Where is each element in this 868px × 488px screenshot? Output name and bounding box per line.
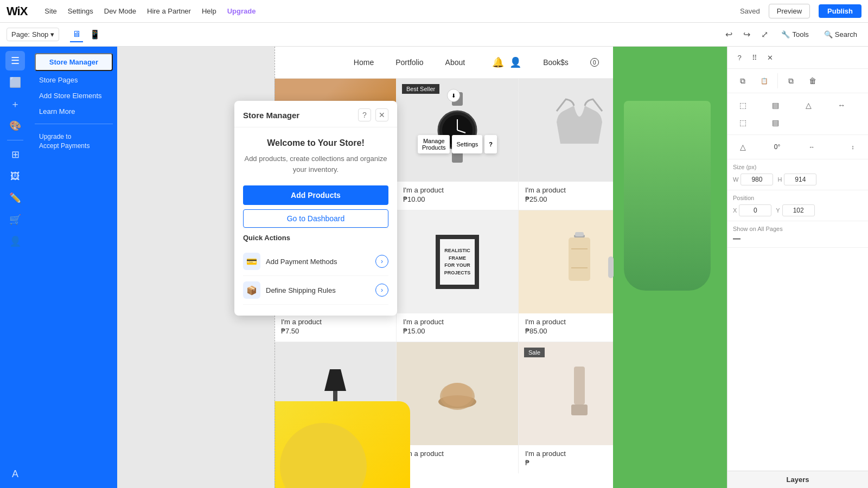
undo-icon[interactable]: ↩ bbox=[723, 27, 735, 42]
copy-icon[interactable]: ⧉ bbox=[733, 73, 752, 88]
align-center-v-icon[interactable]: ▤ bbox=[766, 115, 786, 130]
topbar-devmode[interactable]: Dev Mode bbox=[100, 5, 141, 17]
search-button[interactable]: 🔍 Search bbox=[820, 28, 861, 41]
zoom-icon[interactable]: ⤢ bbox=[759, 27, 770, 42]
chevron-down-icon: ▾ bbox=[50, 30, 54, 38]
topbar-right: Saved Preview Publish bbox=[740, 4, 861, 18]
store-manager-button[interactable]: Store Manager bbox=[35, 53, 113, 71]
nav-home[interactable]: Home bbox=[354, 58, 374, 67]
page-name: Shop bbox=[32, 30, 48, 38]
sidebar-icon-blog[interactable]: ✏️ bbox=[5, 188, 25, 208]
main-area: ☰ ⬜ ＋ 🎨 ⊞ 🖼 ✏️ 🛒 👤 A Store Manager Store… bbox=[0, 47, 868, 488]
topbar-upgrade[interactable]: Upgrade bbox=[223, 5, 260, 17]
align-left-icon[interactable]: ⬚ bbox=[733, 98, 752, 113]
settings-btn[interactable]: Settings bbox=[452, 135, 482, 153]
popup-body: Welcome to Your Store! Add products, cre… bbox=[234, 127, 397, 316]
distribute-icon[interactable]: ↔ bbox=[832, 98, 851, 113]
notification-icon[interactable]: 🔔 bbox=[492, 56, 504, 68]
topbar-settings[interactable]: Settings bbox=[63, 5, 98, 17]
topbar-help[interactable]: Help bbox=[197, 5, 221, 17]
sidebar-icon-add[interactable]: ＋ bbox=[5, 94, 25, 114]
flip-h-icon[interactable]: ↔ bbox=[802, 139, 821, 155]
nav-books[interactable]: Book$s bbox=[543, 58, 569, 67]
user-icon[interactable]: 👤 bbox=[509, 56, 521, 68]
help-btn[interactable]: ? bbox=[484, 135, 497, 153]
shipping-icon: 📦 bbox=[243, 281, 260, 299]
redo-icon[interactable]: ↪ bbox=[741, 27, 752, 42]
delete-icon[interactable]: 🗑 bbox=[803, 73, 822, 88]
device-icons: 🖥 📱 bbox=[70, 27, 103, 42]
duplicate-icon[interactable]: ⧉ bbox=[781, 73, 801, 88]
canvas-resize-handle[interactable] bbox=[608, 256, 614, 278]
sidebar-icon-paint[interactable]: 🎨 bbox=[5, 116, 25, 136]
product-card-6: REALISTIC FRAMEFOR YOURPROJECTS I'm a pr… bbox=[397, 210, 519, 342]
preview-button[interactable]: Preview bbox=[769, 4, 810, 18]
show-pages-label: Show on All Pages bbox=[733, 226, 863, 232]
learn-more-link[interactable]: Learn More bbox=[35, 105, 113, 118]
rp-grid-icon[interactable]: ⠿ bbox=[748, 51, 761, 64]
product-price-6: ₱15.00 bbox=[403, 327, 512, 335]
svg-rect-27 bbox=[571, 404, 588, 415]
add-products-button[interactable]: Add Products bbox=[243, 185, 388, 205]
popup-title: Store Manager bbox=[243, 111, 299, 120]
svg-marker-20 bbox=[324, 369, 346, 391]
align-center-h-icon[interactable]: ⬚ bbox=[733, 115, 752, 130]
rp-position-section: Position X Y bbox=[727, 190, 868, 221]
shipping-left: 📦 Define Shipping Rules bbox=[243, 281, 336, 299]
height-input[interactable] bbox=[784, 174, 816, 185]
sidebar-icon-store[interactable]: 🛒 bbox=[5, 210, 25, 229]
paste-icon[interactable]: 📋 bbox=[755, 73, 774, 88]
size-row: Size (px) bbox=[733, 164, 863, 170]
topbar-partner[interactable]: Hire a Partner bbox=[143, 5, 195, 17]
right-panel-top-icons: ? ⠿ ✕ bbox=[733, 51, 776, 64]
add-payment-action[interactable]: 💳 Add Payment Methods › bbox=[243, 247, 388, 276]
page-label: Page: bbox=[11, 30, 30, 38]
upgrade-payments-link[interactable]: Upgrade toAccept Payments bbox=[35, 130, 113, 153]
shipping-rules-action[interactable]: 📦 Define Shipping Rules › bbox=[243, 276, 388, 305]
sidebar-icon-media[interactable]: 🖼 bbox=[5, 166, 25, 186]
width-input[interactable] bbox=[741, 174, 773, 185]
sidebar-icon-apps[interactable]: ⊞ bbox=[5, 145, 25, 164]
add-store-elements-link[interactable]: Add Store Elements bbox=[35, 89, 113, 102]
tools-button[interactable]: 🔧 Tools bbox=[777, 28, 813, 41]
x-input[interactable] bbox=[739, 204, 771, 216]
rp-close-icon[interactable]: ✕ bbox=[763, 51, 776, 64]
align-top-icon[interactable]: △ bbox=[799, 98, 819, 113]
secondbar-right: ↩ ↪ ⤢ 🔧 Tools 🔍 Search bbox=[723, 27, 861, 42]
manage-products-btn[interactable]: Manage Products bbox=[418, 135, 450, 153]
layers-button[interactable]: Layers bbox=[727, 471, 868, 488]
popup-close-icon[interactable]: ✕ bbox=[375, 108, 388, 121]
desktop-icon[interactable]: 🖥 bbox=[70, 27, 83, 42]
cart-badge[interactable]: 0 bbox=[590, 58, 599, 67]
mobile-icon[interactable]: 📱 bbox=[87, 27, 103, 42]
dashboard-button[interactable]: Go to Dashboard bbox=[243, 209, 388, 228]
right-panel: ? ⠿ ✕ ⧉ 📋 ⧉ 🗑 ⬚ ▤ △ ↔ ⬚ ▤ △ 0° ↔ ↕ bbox=[727, 47, 868, 488]
product-info-10: I'm a product ₱ bbox=[397, 445, 518, 473]
popup-help-icon[interactable]: ? bbox=[358, 108, 371, 121]
search-icon: 🔍 bbox=[824, 30, 833, 38]
download-handle[interactable]: ⬇ bbox=[447, 89, 460, 102]
green-section bbox=[613, 47, 727, 488]
height-label: H bbox=[777, 176, 782, 183]
page-selector[interactable]: Page: Shop ▾ bbox=[7, 28, 59, 41]
best-seller-badge: Best Seller bbox=[402, 84, 439, 94]
position-label: Position bbox=[733, 195, 754, 201]
topbar-site[interactable]: Site bbox=[40, 5, 61, 17]
rp-help-icon[interactable]: ? bbox=[733, 51, 746, 64]
rotate-icon[interactable]: △ bbox=[733, 139, 752, 155]
product-name-10: I'm a product bbox=[403, 450, 512, 458]
align-right-icon[interactable]: ▤ bbox=[766, 98, 786, 113]
payment-arrow-icon: › bbox=[375, 255, 388, 268]
flip-v-icon[interactable]: ↕ bbox=[843, 139, 863, 155]
publish-button[interactable]: Publish bbox=[819, 4, 861, 18]
nav-about[interactable]: About bbox=[445, 58, 465, 67]
y-input[interactable] bbox=[782, 204, 815, 216]
sidebar-icon-users[interactable]: 👤 bbox=[5, 232, 25, 251]
sidebar-icon-design[interactable]: ⬜ bbox=[5, 73, 25, 92]
sidebar-icon-avatar[interactable]: A bbox=[5, 464, 25, 484]
product-price-5: ₱7.50 bbox=[281, 327, 390, 335]
svg-point-25 bbox=[442, 383, 473, 407]
nav-portfolio[interactable]: Portfolio bbox=[395, 58, 423, 67]
sidebar-icon-pages[interactable]: ☰ bbox=[5, 51, 25, 70]
store-pages-link[interactable]: Store Pages bbox=[35, 73, 113, 87]
